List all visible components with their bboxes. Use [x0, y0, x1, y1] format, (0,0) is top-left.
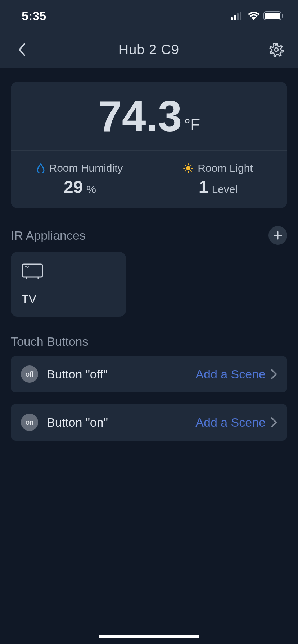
sun-icon — [183, 163, 193, 173]
status-indicators — [231, 11, 284, 20]
svg-point-8 — [186, 166, 190, 170]
chevron-right-icon — [271, 417, 277, 428]
battery-icon — [263, 11, 284, 20]
humidity-stat: Room Humidity 29 % — [11, 151, 149, 208]
back-button[interactable] — [11, 39, 32, 60]
touch-button-on[interactable]: on Button "on" Add a Scene — [11, 404, 287, 441]
svg-rect-6 — [282, 14, 283, 18]
svg-line-13 — [185, 165, 186, 166]
add-scene-link[interactable]: Add a Scene — [195, 367, 266, 381]
appliances-title: IR Appliances — [11, 229, 86, 243]
temperature-unit: °F — [184, 116, 200, 134]
wifi-icon — [248, 12, 260, 20]
svg-line-14 — [190, 170, 191, 171]
add-appliance-button[interactable] — [268, 226, 287, 245]
settings-button[interactable] — [266, 39, 287, 60]
plus-icon — [273, 231, 283, 240]
chevron-right-icon — [271, 369, 277, 380]
svg-rect-3 — [240, 12, 241, 20]
humidity-label: Room Humidity — [49, 162, 123, 174]
temperature-stats: Room Humidity 29 % — [11, 151, 287, 208]
appliance-name: TV — [22, 293, 115, 306]
humidity-suffix: % — [86, 183, 96, 196]
temperature-value: 74.3 — [98, 95, 182, 138]
page-title: Hub 2 C9 — [119, 42, 180, 58]
appliances-header: IR Appliances — [11, 226, 287, 245]
nav-bar: Hub 2 C9 — [0, 32, 298, 68]
signal-icon — [231, 12, 244, 20]
appliance-card-tv[interactable]: TV TV — [11, 252, 126, 317]
svg-line-15 — [185, 170, 186, 171]
svg-point-7 — [275, 48, 278, 51]
appliances-list: TV TV — [11, 252, 287, 317]
button-badge-off: off — [21, 365, 38, 383]
svg-rect-5 — [265, 13, 280, 19]
humidity-value: 29 — [64, 177, 83, 197]
light-value: 1 — [199, 177, 208, 197]
light-stat: Room Light 1 Level — [149, 151, 287, 208]
button-label: Button "on" — [47, 415, 195, 429]
touch-button-off[interactable]: off Button "off" Add a Scene — [11, 356, 287, 392]
home-indicator[interactable] — [99, 635, 199, 638]
light-label: Room Light — [198, 162, 253, 174]
touch-buttons-header: Touch Buttons — [11, 335, 287, 349]
svg-line-16 — [190, 165, 191, 166]
chevron-left-icon — [18, 43, 26, 56]
add-scene-link[interactable]: Add a Scene — [195, 415, 266, 429]
status-time: 5:35 — [22, 9, 46, 23]
temperature-card[interactable]: 74.3 °F Room Humidity 29 % — [11, 82, 287, 208]
droplet-icon — [37, 163, 45, 173]
status-bar: 5:35 — [0, 0, 298, 32]
svg-rect-2 — [237, 13, 239, 20]
gear-icon — [269, 42, 284, 57]
light-suffix: Level — [212, 183, 238, 196]
svg-rect-0 — [231, 17, 233, 20]
tv-icon: TV — [22, 263, 115, 281]
svg-text:TV: TV — [25, 266, 29, 269]
button-label: Button "off" — [47, 367, 195, 381]
button-badge-on: on — [21, 414, 38, 431]
temperature-main: 74.3 °F — [11, 82, 287, 150]
touch-buttons-title: Touch Buttons — [11, 335, 88, 349]
svg-rect-1 — [234, 15, 236, 20]
